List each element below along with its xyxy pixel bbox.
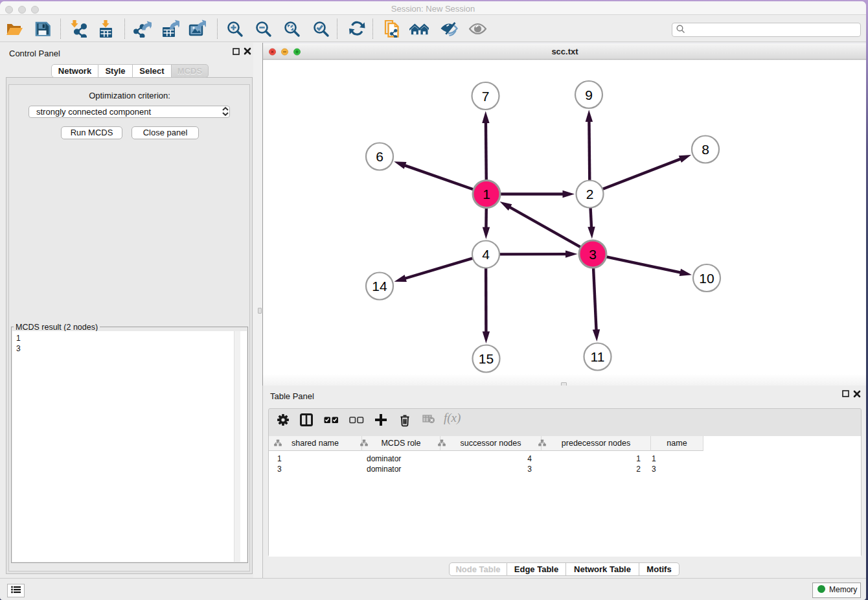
svg-text:8: 8: [702, 142, 709, 157]
svg-text:11: 11: [591, 349, 605, 364]
svg-text:4: 4: [482, 247, 490, 262]
svg-text:15: 15: [479, 351, 494, 366]
svg-text:7: 7: [482, 89, 490, 104]
svg-text:3: 3: [589, 247, 597, 262]
svg-text:6: 6: [376, 149, 383, 164]
svg-text:10: 10: [699, 271, 714, 286]
svg-text:14: 14: [372, 279, 387, 294]
svg-text:9: 9: [585, 87, 593, 102]
svg-text:f(x): f(x): [444, 412, 461, 425]
svg-text:2: 2: [586, 187, 594, 202]
svg-text:1: 1: [483, 187, 490, 202]
